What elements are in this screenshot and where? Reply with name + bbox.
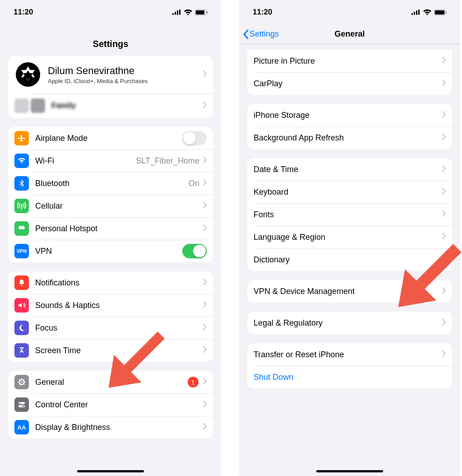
- wifi-label: Wi-Fi: [35, 156, 136, 166]
- wifi-icon: [423, 9, 431, 15]
- general-cell[interactable]: General 1: [8, 371, 213, 393]
- display-brightness-cell[interactable]: AA Display & Brightness: [8, 416, 213, 439]
- chevron-right-icon: [442, 134, 446, 142]
- status-bar: 11:20: [239, 0, 460, 24]
- moon-icon: [14, 321, 29, 335]
- chevron-right-icon: [442, 287, 446, 295]
- chevron-right-icon: [442, 57, 446, 65]
- refresh-label: Background App Refresh: [254, 133, 442, 143]
- status-icons: [172, 9, 208, 15]
- carplay-label: CarPlay: [254, 79, 442, 89]
- svg-point-14: [23, 406, 24, 407]
- vpn-icon: VPN: [14, 244, 29, 258]
- chevron-right-icon: [203, 378, 207, 386]
- hotspot-label: Personal Hotspot: [35, 224, 203, 233]
- airplane-mode-toggle[interactable]: [182, 131, 207, 145]
- cellular-cell[interactable]: Cellular: [8, 195, 213, 217]
- svg-rect-2: [177, 10, 178, 15]
- back-button[interactable]: Settings: [243, 29, 279, 39]
- dictionary-label: Dictionary: [254, 255, 442, 265]
- shut-down-cell[interactable]: Shut Down: [247, 366, 452, 388]
- wifi-cell[interactable]: Wi-Fi SLT_Fiber_Home: [8, 149, 213, 172]
- chevron-left-icon: [243, 29, 249, 39]
- pip-label: Picture in Picture: [254, 56, 442, 66]
- airplane-mode-cell[interactable]: Airplane Mode: [8, 127, 213, 149]
- iphone-storage-cell[interactable]: iPhone Storage: [247, 104, 452, 126]
- chevron-right-icon: [203, 202, 207, 210]
- airplane-mode-label: Airplane Mode: [35, 134, 182, 143]
- fonts-label: Fonts: [254, 210, 442, 219]
- date-time-cell[interactable]: Date & Time: [247, 158, 452, 181]
- nav-bar: Settings General: [239, 24, 460, 44]
- antenna-icon: [14, 199, 29, 213]
- keyboard-cell[interactable]: Keyboard: [247, 181, 452, 203]
- general-group: General 1 Control Center AA Display & Br…: [8, 371, 213, 439]
- svg-rect-0: [172, 13, 174, 15]
- chevron-right-icon: [442, 350, 446, 359]
- bluetooth-label: Bluetooth: [35, 179, 189, 188]
- legal-regulatory-cell[interactable]: Legal & Regulatory: [247, 312, 452, 334]
- focus-label: Focus: [35, 323, 203, 333]
- chevron-right-icon: [442, 111, 446, 119]
- home-indicator[interactable]: [316, 470, 383, 472]
- vpn-toggle[interactable]: [182, 244, 207, 258]
- chevron-right-icon: [442, 319, 446, 327]
- legal-group: Legal & Regulatory: [247, 312, 452, 334]
- shutdown-label: Shut Down: [254, 373, 446, 382]
- chevron-right-icon: [203, 301, 207, 309]
- control-center-cell[interactable]: Control Center: [8, 393, 213, 416]
- fonts-cell[interactable]: Fonts: [247, 203, 452, 226]
- display-label: Display & Brightness: [35, 423, 203, 432]
- gear-icon: [14, 375, 29, 389]
- chevron-right-icon: [203, 102, 207, 110]
- bluetooth-cell[interactable]: Bluetooth On: [8, 172, 213, 195]
- apple-id-cell[interactable]: Dilum Senevirathne Apple ID, iCloud+, Me…: [8, 56, 213, 93]
- settings-content: Dilum Senevirathne Apple ID, iCloud+, Me…: [0, 56, 221, 439]
- bluetooth-icon: [14, 176, 29, 191]
- transfer-reset-cell[interactable]: Transfer or Reset iPhone: [247, 343, 452, 366]
- family-avatar-icon: [14, 98, 29, 113]
- notifications-cell[interactable]: Notifications: [8, 271, 213, 294]
- family-avatars: [14, 98, 45, 113]
- chevron-right-icon: [203, 346, 207, 355]
- family-label: Family: [51, 101, 203, 110]
- sounds-cell[interactable]: Sounds & Haptics: [8, 294, 213, 317]
- bell-icon: [14, 275, 29, 290]
- chevron-right-icon: [203, 423, 207, 431]
- chevron-right-icon: [203, 157, 207, 165]
- chevron-right-icon: [442, 79, 446, 88]
- transfer-label: Transfer or Reset iPhone: [254, 350, 442, 359]
- chevron-right-icon: [442, 233, 446, 241]
- storage-group: iPhone Storage Background App Refresh: [247, 104, 452, 149]
- chevron-right-icon: [203, 279, 207, 287]
- bluetooth-value: On: [189, 179, 199, 188]
- general-badge: 1: [188, 377, 199, 387]
- dictionary-cell[interactable]: Dictionary: [247, 248, 452, 271]
- svg-rect-15: [411, 13, 413, 15]
- storage-label: iPhone Storage: [254, 111, 442, 120]
- chevron-right-icon: [203, 401, 207, 409]
- family-cell[interactable]: Family: [8, 93, 213, 118]
- status-icons: [411, 9, 447, 15]
- svg-rect-16: [414, 12, 415, 15]
- hotspot-cell[interactable]: Personal Hotspot: [8, 217, 213, 240]
- vpn-device-management-cell[interactable]: VPN & Device Management: [247, 280, 452, 303]
- status-bar: 11:20: [0, 0, 221, 24]
- notifications-label: Notifications: [35, 278, 203, 288]
- status-time: 11:20: [253, 8, 272, 17]
- avatar: [14, 61, 42, 88]
- focus-cell[interactable]: Focus: [8, 317, 213, 339]
- wifi-icon: [184, 9, 192, 15]
- vpn-cell[interactable]: VPN VPN: [8, 240, 213, 262]
- screen-time-cell[interactable]: Screen Time: [8, 339, 213, 362]
- vpn-label: VPN: [35, 247, 182, 256]
- carplay-cell[interactable]: CarPlay: [247, 72, 452, 95]
- picture-in-picture-cell[interactable]: Picture in Picture: [247, 50, 452, 72]
- pip-group: Picture in Picture CarPlay: [247, 50, 452, 95]
- language-region-cell[interactable]: Language & Region: [247, 226, 452, 248]
- background-refresh-cell[interactable]: Background App Refresh: [247, 126, 452, 149]
- datetime-group: Date & Time Keyboard Fonts Language & Re…: [247, 158, 452, 271]
- profile-text: Dilum Senevirathne Apple ID, iCloud+, Me…: [48, 65, 203, 84]
- home-indicator[interactable]: [77, 470, 144, 472]
- svg-rect-5: [196, 10, 204, 14]
